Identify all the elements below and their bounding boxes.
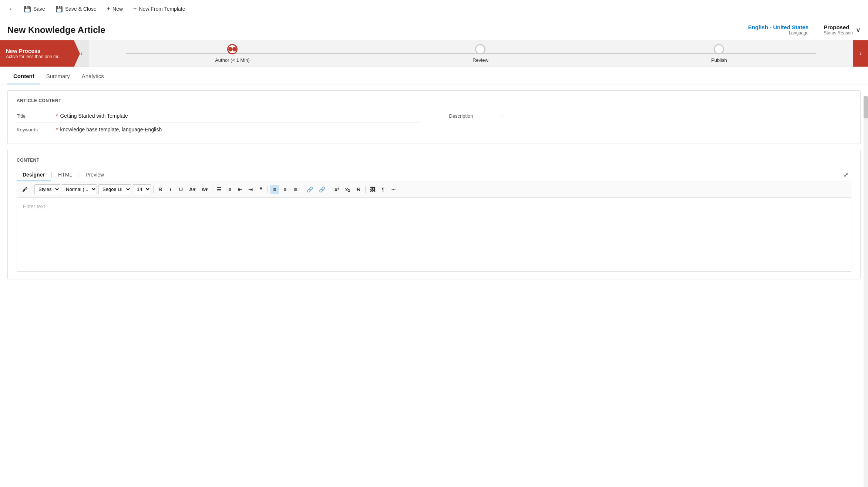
step-circle-review: [475, 44, 485, 54]
save-button[interactable]: 💾 Save: [19, 3, 50, 15]
page-title: New Knowledge Article: [7, 25, 105, 35]
article-content-section-title: ARTICLE CONTENT: [17, 98, 851, 103]
process-nav-right-button[interactable]: ›: [853, 40, 868, 67]
tab-summary[interactable]: Summary: [40, 68, 76, 84]
subscript-button[interactable]: x₂: [343, 185, 353, 194]
description-value[interactable]: ---: [501, 113, 506, 119]
chevron-right-icon: ›: [859, 50, 862, 57]
step-review[interactable]: Review: [472, 44, 488, 63]
font-color-button[interactable]: A▾: [199, 185, 210, 194]
keywords-value[interactable]: knowledge base template, language-Englis…: [60, 127, 162, 132]
page-header: New Knowledge Article English - United S…: [0, 18, 868, 40]
title-required: *: [56, 113, 58, 119]
step-publish[interactable]: Publish: [711, 44, 727, 63]
editor-body[interactable]: Enter text...: [17, 198, 851, 272]
main-toolbar: ← 💾 Save 💾 Save & Close + New + New From…: [0, 0, 868, 18]
scrollbar-thumb[interactable]: [864, 96, 868, 118]
image-button[interactable]: 🖼: [368, 185, 377, 194]
sep4: [268, 186, 268, 193]
editor-tab-designer[interactable]: Designer: [17, 169, 51, 181]
scrollbar-track[interactable]: [864, 96, 868, 285]
sep3: [212, 186, 212, 193]
brush-button[interactable]: 🖌: [20, 185, 30, 194]
sep2: [153, 186, 154, 193]
font-select[interactable]: Segoe UI: [98, 184, 131, 194]
outdent-button[interactable]: ⇤: [236, 185, 245, 194]
step-label-review: Review: [472, 57, 488, 63]
step-author[interactable]: Author (< 1 Min): [215, 44, 250, 63]
language-section: English - United States Language: [748, 24, 816, 36]
form-left-col: Title * Getting Started with Template Ke…: [17, 109, 434, 136]
article-form: Title * Getting Started with Template Ke…: [17, 109, 851, 136]
tab-analytics-label: Analytics: [82, 73, 104, 79]
sep1: [32, 186, 32, 193]
editor-tab-designer-label: Designer: [23, 172, 45, 178]
more-button[interactable]: ···: [389, 185, 398, 194]
format-select[interactable]: Normal (...: [62, 184, 97, 194]
keywords-row: Keywords * knowledge base template, lang…: [17, 123, 419, 136]
editor-tab-preview-label: Preview: [85, 172, 104, 178]
status-section: Proposed Status Reason ∨: [816, 24, 861, 36]
keywords-label: Keywords: [17, 127, 54, 132]
new-template-label: New From Template: [139, 6, 185, 12]
new-template-button[interactable]: + New From Template: [129, 3, 189, 14]
sep7: [365, 186, 366, 193]
new-label: New: [112, 6, 123, 12]
new-button[interactable]: + New: [102, 3, 127, 14]
title-row: Title * Getting Started with Template: [17, 109, 419, 123]
expand-icon[interactable]: ⤢: [841, 170, 851, 180]
unlink-button[interactable]: 🔗: [317, 185, 327, 194]
save-close-button[interactable]: 💾 Save & Close: [51, 3, 101, 15]
editor-toolbar: 🖌 Styles Normal (... Segoe UI 14 B I U A…: [17, 181, 851, 198]
underline-button[interactable]: U: [176, 185, 185, 194]
sep6: [330, 186, 330, 193]
language-link[interactable]: English - United States: [748, 24, 808, 30]
italic-button[interactable]: I: [166, 185, 175, 194]
tab-analytics[interactable]: Analytics: [76, 68, 110, 84]
status-chevron-icon[interactable]: ∨: [856, 26, 861, 34]
quote-button[interactable]: ❝: [256, 185, 265, 194]
back-icon: ←: [9, 5, 15, 13]
styles-select[interactable]: Styles: [34, 184, 60, 194]
form-right-col: Description ---: [434, 109, 852, 136]
justify-button[interactable]: ≡: [291, 185, 300, 194]
link-button[interactable]: 🔗: [305, 185, 315, 194]
editor-tabs: Designer | HTML | Preview ⤢: [17, 169, 851, 181]
process-label: New Process Active for less than one mi.…: [0, 40, 74, 67]
size-select[interactable]: 14: [133, 184, 151, 194]
indent-button[interactable]: ⇥: [246, 185, 255, 194]
step-circle-author: [227, 44, 238, 54]
status-value: Proposed: [824, 24, 853, 30]
align-right-button[interactable]: ≡: [280, 185, 289, 194]
superscript-button[interactable]: x²: [332, 185, 341, 194]
save-icon: 💾: [24, 6, 31, 13]
content-section-title: CONTENT: [17, 158, 851, 163]
article-content-card: ARTICLE CONTENT Title * Getting Started …: [7, 90, 861, 144]
tabs-bar: Content Summary Analytics: [0, 68, 868, 84]
step-circle-publish: [714, 44, 724, 54]
new-icon: +: [107, 6, 110, 12]
editor-tab-html-label: HTML: [58, 172, 72, 178]
main-content: ARTICLE CONTENT Title * Getting Started …: [0, 84, 868, 285]
tab-content[interactable]: Content: [7, 68, 40, 84]
title-value[interactable]: Getting Started with Template: [60, 113, 128, 119]
tab-summary-label: Summary: [46, 73, 70, 79]
strikethrough-button[interactable]: S: [354, 185, 363, 194]
status-group: Proposed Status Reason: [824, 24, 853, 36]
special-chars-button[interactable]: ¶: [379, 185, 388, 194]
language-label: Language: [748, 30, 808, 36]
bullets-button[interactable]: ≡: [225, 185, 234, 194]
align-left-button[interactable]: ☰: [215, 185, 224, 194]
editor-tab-preview[interactable]: Preview: [80, 169, 110, 181]
highlight-button[interactable]: A▾: [187, 185, 198, 194]
status-label: Status Reason: [824, 30, 853, 36]
new-template-icon: +: [133, 6, 137, 12]
save-close-icon: 💾: [55, 6, 63, 13]
back-button[interactable]: ←: [6, 3, 18, 15]
editor-tab-html[interactable]: HTML: [52, 169, 78, 181]
chevron-left-icon: ‹: [80, 50, 83, 57]
align-center-button[interactable]: ≡: [270, 185, 279, 194]
editor-placeholder: Enter text...: [23, 204, 50, 209]
tab-content-label: Content: [13, 73, 34, 79]
bold-button[interactable]: B: [156, 185, 165, 194]
